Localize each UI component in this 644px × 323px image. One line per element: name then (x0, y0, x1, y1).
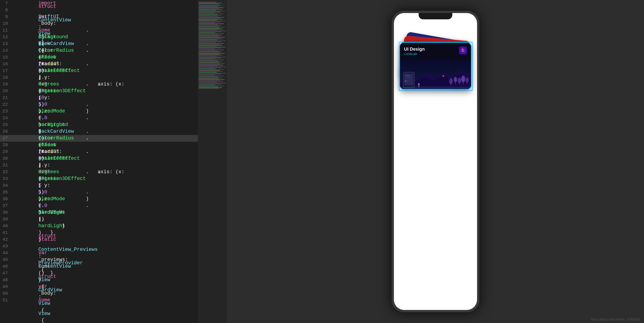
phone-notch (418, 13, 452, 19)
svg-rect-9 (463, 82, 464, 85)
svg-point-6 (458, 78, 461, 84)
svg-rect-5 (455, 82, 456, 85)
svg-point-18 (407, 80, 408, 82)
minimap (198, 0, 227, 90)
card-subtitle: Certificate (404, 52, 425, 56)
svg-point-2 (449, 78, 453, 84)
svg-point-22 (442, 75, 444, 77)
svg-rect-16 (405, 77, 411, 78)
card-illustration (400, 60, 471, 89)
svg-rect-3 (450, 84, 452, 86)
svg-point-19 (418, 83, 420, 85)
svg-point-17 (404, 80, 406, 82)
svg-point-10 (466, 77, 469, 83)
preview-panel: UI Design Certificate (227, 0, 644, 323)
card-stack-area: UI Design Certificate (398, 40, 472, 103)
main-card: UI Design Certificate (400, 42, 472, 90)
svg-rect-14 (405, 75, 410, 76)
svg-rect-7 (459, 84, 460, 85)
minimap-panel (198, 0, 227, 323)
code-lines: 7 8 import SwiftUI 9 10 struct ContentVi… (0, 0, 198, 304)
phone-screen: UI Design Certificate (394, 13, 477, 310)
svg-point-8 (461, 76, 465, 82)
card-title: UI Design (404, 46, 425, 52)
code-editor: 7 8 import SwiftUI 9 10 struct ContentVi… (0, 0, 198, 323)
svg-rect-23 (400, 87, 471, 89)
card-header: UI Design Certificate (400, 43, 471, 57)
svg-rect-15 (405, 76, 412, 77)
url-bar: https://blog.csdn.net/m0_37508081 (591, 317, 640, 321)
svg-rect-11 (467, 83, 468, 85)
svg-rect-20 (418, 85, 420, 87)
code-line: 51 var body: some View { (0, 297, 198, 304)
svg-point-4 (454, 77, 457, 82)
swift-logo-icon (459, 46, 467, 55)
phone-frame: UI Design Certificate (392, 11, 479, 312)
card-text-area: UI Design Certificate (404, 46, 425, 56)
